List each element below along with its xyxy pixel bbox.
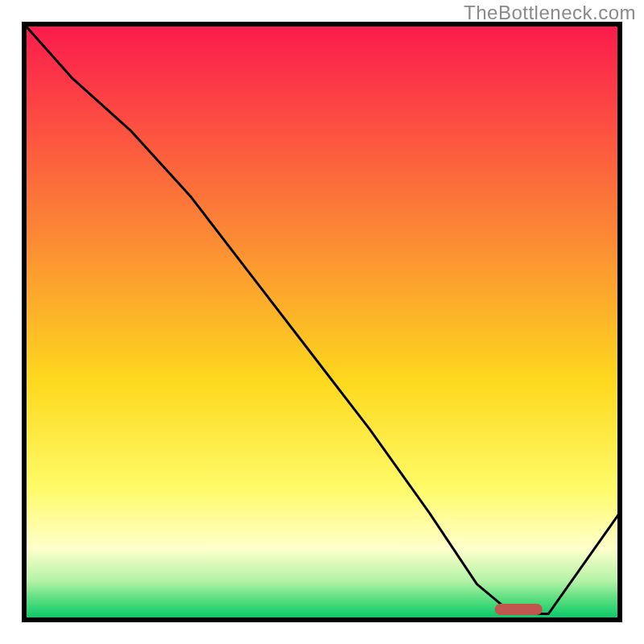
watermark-label: TheBottleneck.com: [464, 2, 636, 24]
optimal-range-marker: [495, 604, 543, 615]
chart-frame: TheBottleneck.com: [0, 0, 644, 644]
plot-background: [24, 24, 620, 620]
bottleneck-chart: [0, 0, 644, 644]
